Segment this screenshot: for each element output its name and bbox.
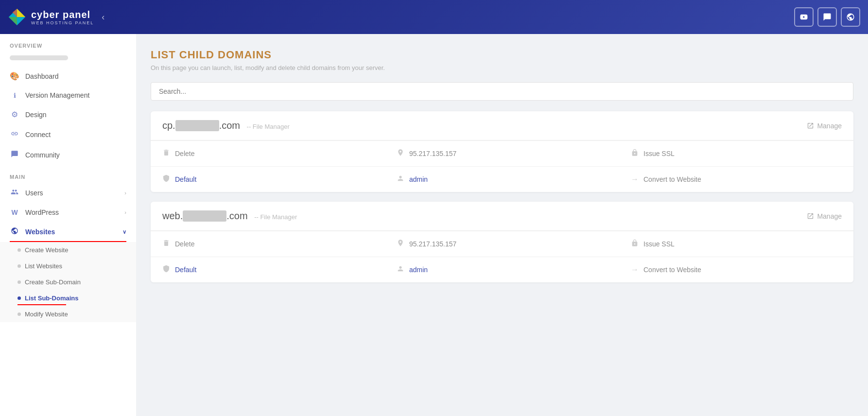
svg-marker-2: [9, 17, 17, 25]
sidebar-toggle[interactable]: ‹: [102, 12, 104, 22]
sidebar-item-connect[interactable]: Connect: [0, 124, 136, 145]
submenu-label: List Websites: [25, 262, 62, 270]
submenu-create-subdomain[interactable]: Create Sub-Domain: [0, 274, 136, 290]
domain-1-manage-btn[interactable]: Manage: [807, 122, 842, 130]
users-arrow: ›: [124, 190, 126, 196]
dot-modify-website: [17, 312, 21, 316]
user-icon-2: [397, 265, 404, 275]
sidebar-item-version-management[interactable]: ℹ Version Management: [0, 86, 136, 104]
domain-2-delete-action[interactable]: Delete: [151, 231, 385, 257]
domain-card-1-header: cp.xxxxxxxxx.com -- File Manager Manage: [151, 111, 853, 140]
domain-2-manage-label: Manage: [817, 212, 842, 220]
domain-1-ssl-label: Issue SSL: [643, 150, 675, 157]
domain-card-2-body: Delete 95.217.135.157 Issue SSL: [151, 231, 853, 282]
page-subtitle: On this page you can launch, list, modif…: [151, 64, 853, 71]
convert-icon-2: →: [631, 265, 639, 274]
domain-1-suffix: .com: [219, 120, 240, 131]
domain-1-ip: 95.217.135.157: [409, 150, 456, 157]
overview-label: OVERVIEW: [0, 34, 136, 52]
domain-1-package-label: Default: [175, 175, 196, 183]
delete-icon-2: [162, 239, 170, 249]
dot-list-websites: [17, 264, 21, 268]
domain-card-2-header: web.xxxxxxxxx.com -- File Manager Manage: [151, 202, 853, 231]
sidebar: OVERVIEW 🎨 Dashboard ℹ Version Managemen…: [0, 34, 136, 416]
submenu-label: Create Website: [25, 246, 68, 254]
sidebar-item-label: Design: [25, 111, 47, 119]
domain-2-user-label: admin: [409, 266, 428, 274]
domain-card-1: cp.xxxxxxxxx.com -- File Manager Manage …: [151, 111, 853, 192]
package-icon-2: [162, 265, 170, 275]
domain-2-package-label: Default: [175, 266, 196, 274]
version-icon: ℹ: [10, 92, 19, 99]
domain-1-file-manager[interactable]: -- File Manager: [247, 123, 290, 130]
domain-1-delete-action[interactable]: Delete: [151, 140, 385, 166]
submenu-label: Modify Website: [25, 311, 68, 318]
domain-2-ssl-action[interactable]: Issue SSL: [619, 231, 853, 257]
sidebar-item-websites[interactable]: Websites ∨: [0, 222, 136, 242]
user-bar-visual: [10, 55, 68, 60]
search-input[interactable]: [159, 87, 845, 95]
design-icon: ⚙: [10, 110, 19, 119]
websites-submenu: Create Website List Websites Create Sub-…: [0, 242, 136, 322]
wordpress-icon: W: [10, 208, 19, 216]
chat-icon[interactable]: [817, 7, 837, 27]
page-title: LIST CHILD DOMAINS: [151, 49, 853, 61]
sidebar-item-users[interactable]: Users ›: [0, 183, 136, 203]
dot-create-subdomain: [17, 280, 21, 284]
dot-list-subdomains: [17, 296, 21, 300]
domain-1-manage-label: Manage: [817, 122, 842, 130]
submenu-create-website[interactable]: Create Website: [0, 242, 136, 258]
logo: cyber panel WEB HOSTING PANEL: [8, 8, 94, 26]
ssl-icon-2: [631, 239, 639, 249]
domain-1-blurred: xxxxxxxxx: [175, 120, 219, 131]
domain-2-user-action: admin: [385, 257, 619, 282]
sidebar-item-community[interactable]: Community: [0, 145, 136, 165]
domain-1-ip-action: 95.217.135.157: [385, 140, 619, 166]
sidebar-item-label: Version Management: [25, 91, 89, 99]
sidebar-item-label: Users: [25, 189, 43, 197]
domain-1-convert-action[interactable]: → Convert to Website: [619, 166, 853, 192]
list-subdomains-underline: [17, 304, 66, 305]
sidebar-item-wordpress[interactable]: W WordPress ›: [0, 203, 136, 222]
ssl-icon: [631, 149, 639, 158]
domain-2-blurred: xxxxxxxxx: [183, 210, 226, 222]
domain-2-manage-btn[interactable]: Manage: [807, 212, 842, 220]
main-content: LIST CHILD DOMAINS On this page you can …: [136, 34, 868, 416]
sidebar-item-design[interactable]: ⚙ Design: [0, 104, 136, 124]
community-icon: [10, 150, 19, 160]
sidebar-item-label: Dashboard: [25, 72, 59, 80]
brand-name: cyber panel: [31, 9, 94, 20]
submenu-modify-website[interactable]: Modify Website: [0, 306, 136, 322]
layout: OVERVIEW 🎨 Dashboard ℹ Version Managemen…: [0, 34, 868, 416]
domain-1-prefix: cp.: [162, 120, 175, 131]
domain-2-file-manager[interactable]: -- File Manager: [254, 213, 297, 221]
user-icon: [397, 174, 404, 184]
ip-icon-2: [397, 239, 404, 249]
websites-arrow: ∨: [122, 229, 126, 235]
dot-create-website: [17, 248, 21, 252]
submenu-list-websites[interactable]: List Websites: [0, 258, 136, 274]
sidebar-item-label: WordPress: [25, 208, 59, 216]
svg-marker-1: [17, 9, 25, 17]
domain-2-delete-label: Delete: [175, 240, 194, 248]
submenu-list-subdomains[interactable]: List Sub-Domains: [0, 290, 136, 306]
sidebar-item-dashboard[interactable]: 🎨 Dashboard: [0, 66, 136, 86]
domain-1-ssl-action[interactable]: Issue SSL: [619, 140, 853, 166]
sidebar-item-label: Community: [25, 151, 60, 159]
logo-icon: [8, 8, 26, 26]
domain-1-package-action: Default: [151, 166, 385, 192]
ip-icon: [397, 149, 404, 158]
domain-2-prefix: web.: [162, 210, 183, 221]
youtube-icon[interactable]: [794, 7, 814, 27]
domain-1-name: cp.xxxxxxxxx.com -- File Manager: [162, 120, 290, 131]
connect-icon: [10, 130, 19, 139]
domain-2-convert-label: Convert to Website: [643, 266, 701, 274]
sidebar-item-label: Connect: [25, 131, 51, 139]
globe-icon[interactable]: [841, 7, 860, 27]
domain-2-convert-action[interactable]: → Convert to Website: [619, 257, 853, 282]
domain-1-convert-label: Convert to Website: [643, 175, 701, 183]
websites-icon: [10, 227, 19, 237]
sidebar-item-label: Websites: [25, 228, 55, 236]
domain-card-2: web.xxxxxxxxx.com -- File Manager Manage…: [151, 202, 853, 282]
logo-text: cyber panel WEB HOSTING PANEL: [31, 9, 94, 25]
